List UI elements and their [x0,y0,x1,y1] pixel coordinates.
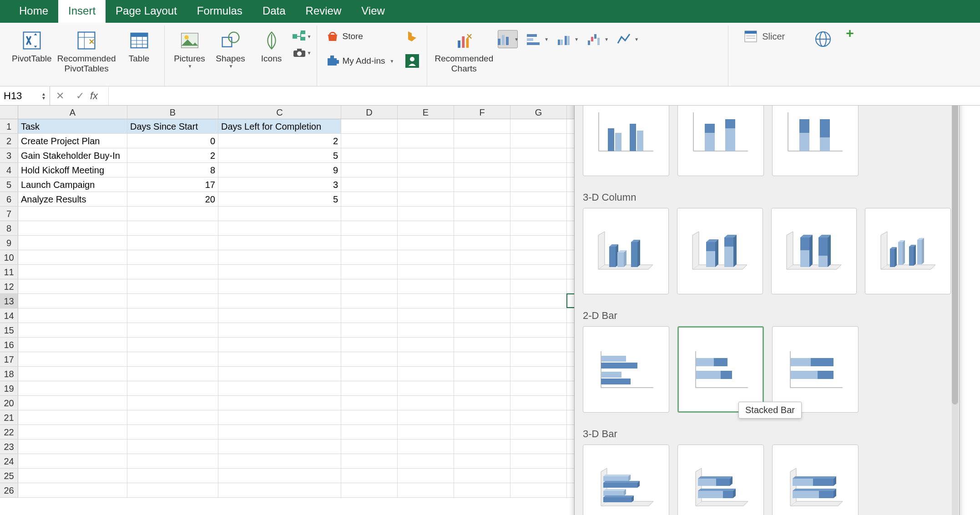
cell-C20[interactable] [218,396,341,410]
cell-F5[interactable] [454,177,510,192]
row-header-2[interactable]: 2 [0,134,18,148]
globe-icon[interactable] [814,30,832,48]
chart-tile-100-stacked-bar[interactable] [772,326,859,413]
formula-input[interactable] [108,86,980,105]
row-header-20[interactable]: 20 [0,396,18,410]
cell-F23[interactable] [454,439,510,454]
row-header-5[interactable]: 5 [0,177,18,192]
cell-A17[interactable] [18,352,127,367]
cell-E26[interactable] [398,483,454,498]
cell-F25[interactable] [454,469,510,483]
cell-C15[interactable] [218,323,341,338]
cell-C2[interactable]: 2 [218,134,341,148]
cell-D26[interactable] [341,483,398,498]
cell-B11[interactable] [127,265,218,279]
cell-E10[interactable] [398,250,454,265]
cell-E4[interactable] [398,163,454,177]
cell-C18[interactable] [218,367,341,381]
cell-G5[interactable] [510,177,567,192]
cell-E12[interactable] [398,279,454,294]
menu-tab-review[interactable]: Review [296,0,352,23]
cell-G10[interactable] [510,250,567,265]
row-header-14[interactable]: 14 [0,308,18,323]
cell-B17[interactable] [127,352,218,367]
row-header-16[interactable]: 16 [0,338,18,352]
cell-A15[interactable] [18,323,127,338]
cell-C10[interactable] [218,250,341,265]
slicer-label[interactable]: Slicer [762,31,785,42]
cell-C9[interactable] [218,236,341,250]
cell-G6[interactable] [510,192,567,207]
cell-F4[interactable] [454,163,510,177]
cell-E20[interactable] [398,396,454,410]
cell-E25[interactable] [398,469,454,483]
cell-E2[interactable] [398,134,454,148]
cell-D14[interactable] [341,308,398,323]
cell-C25[interactable] [218,469,341,483]
cell-E8[interactable] [398,221,454,236]
cell-D23[interactable] [341,439,398,454]
cell-E5[interactable] [398,177,454,192]
select-all-corner[interactable] [0,106,18,119]
column-header-A[interactable]: A [18,106,127,119]
cell-D4[interactable] [341,163,398,177]
menu-tab-formulas[interactable]: Formulas [187,0,253,23]
cell-E7[interactable] [398,207,454,221]
cell-F18[interactable] [454,367,510,381]
cell-E19[interactable] [398,381,454,396]
shapes-button[interactable]: Shapes ▼ [210,25,251,69]
cell-E11[interactable] [398,265,454,279]
cell-B13[interactable] [127,294,218,308]
cell-E9[interactable] [398,236,454,250]
enter-formula-button[interactable]: ✓ [70,90,90,102]
cell-A8[interactable] [18,221,127,236]
cell-F26[interactable] [454,483,510,498]
cell-F15[interactable] [454,323,510,338]
cell-D5[interactable] [341,177,398,192]
cell-B23[interactable] [127,439,218,454]
cell-G8[interactable] [510,221,567,236]
column-chart-dropdown[interactable]: ▼ [498,30,518,48]
cell-F7[interactable] [454,207,510,221]
cell-A23[interactable] [18,439,127,454]
cell-G13[interactable] [510,294,567,308]
cell-C21[interactable] [218,410,341,425]
menu-tab-view[interactable]: View [351,0,395,23]
cell-G16[interactable] [510,338,567,352]
cell-B4[interactable]: 8 [127,163,218,177]
menu-tab-page-layout[interactable]: Page Layout [106,0,187,23]
cell-C23[interactable] [218,439,341,454]
cell-G1[interactable] [510,119,567,134]
cell-C26[interactable] [218,483,341,498]
chart-tile-3d-100-stacked-column[interactable] [771,208,857,294]
cell-F1[interactable] [454,119,510,134]
cell-E13[interactable] [398,294,454,308]
chart-tile-3d-clustered-column[interactable] [583,208,669,294]
column-header-E[interactable]: E [398,106,454,119]
column-header-F[interactable]: F [454,106,510,119]
cell-A21[interactable] [18,410,127,425]
cell-B21[interactable] [127,410,218,425]
bing-maps-button[interactable] [404,28,420,45]
row-header-18[interactable]: 18 [0,367,18,381]
cell-F8[interactable] [454,221,510,236]
cell-B10[interactable] [127,250,218,265]
cell-A16[interactable] [18,338,127,352]
cell-G25[interactable] [510,469,567,483]
cell-D20[interactable] [341,396,398,410]
row-header-11[interactable]: 11 [0,265,18,279]
cell-B22[interactable] [127,425,218,439]
cell-D12[interactable] [341,279,398,294]
cell-G17[interactable] [510,352,567,367]
screenshot-button[interactable]: ▼ [294,45,310,61]
cell-A7[interactable] [18,207,127,221]
cell-A14[interactable] [18,308,127,323]
fx-label[interactable]: fx [90,90,108,102]
cell-B7[interactable] [127,207,218,221]
cell-E1[interactable] [398,119,454,134]
cell-C4[interactable]: 9 [218,163,341,177]
cell-D8[interactable] [341,221,398,236]
cell-B18[interactable] [127,367,218,381]
menu-tab-data[interactable]: Data [253,0,296,23]
cell-F13[interactable] [454,294,510,308]
